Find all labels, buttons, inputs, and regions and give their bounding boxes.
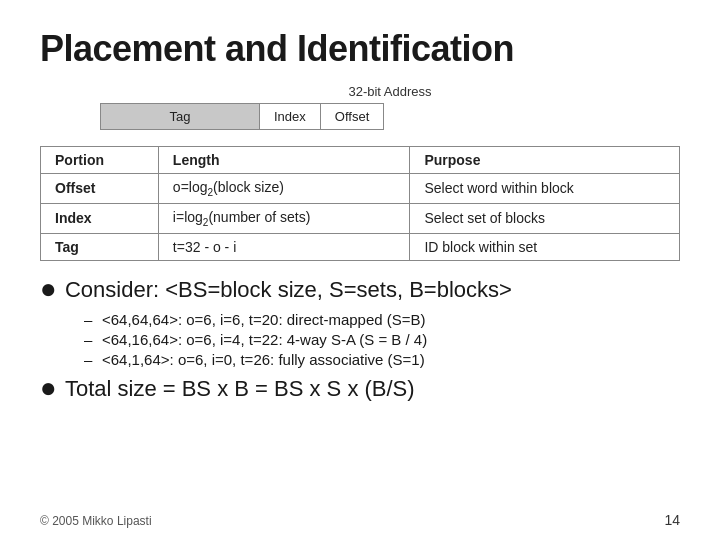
sub-bullet-3-text: <64,1,64>: o=6, i=0, t=26: fully associa… <box>102 351 425 368</box>
cell-offset-label: Offset <box>41 174 159 204</box>
cell-index-purpose: Select set of blocks <box>410 203 680 233</box>
sub-bullet-1-text: <64,64,64>: o=6, i=6, t=20: direct-mappe… <box>102 311 426 328</box>
bullet2-label: Total size = BS x B = BS x S x (B/S) <box>65 376 415 402</box>
table-row-offset: Offset o=log2(block size) Select word wi… <box>41 174 680 204</box>
slide-page: Placement and Identification 32-bit Addr… <box>0 0 720 540</box>
cell-offset-length: o=log2(block size) <box>158 174 410 204</box>
bullet1-label: Consider: <BS=block size, S=sets, B=bloc… <box>65 277 512 303</box>
col-length-header: Length <box>158 147 410 174</box>
col-purpose-header: Purpose <box>410 147 680 174</box>
bullet-section: ● Consider: <BS=block size, S=sets, B=bl… <box>40 277 680 404</box>
footer-text: © 2005 Mikko Lipasti <box>40 514 152 528</box>
cell-index-label: Index <box>41 203 159 233</box>
slide-title: Placement and Identification <box>40 28 680 70</box>
addr-offset-box: Offset <box>321 103 384 130</box>
sub-bullets: – <64,64,64>: o=6, i=6, t=20: direct-map… <box>84 311 680 368</box>
cell-tag-label: Tag <box>41 233 159 260</box>
address-label: 32-bit Address <box>100 84 680 99</box>
table-row-tag: Tag t=32 - o - i ID block within set <box>41 233 680 260</box>
bullet1-main: ● Consider: <BS=block size, S=sets, B=bl… <box>40 277 680 305</box>
sub-bullet-2-text: <64,16,64>: o=6, i=4, t=22: 4-way S-A (S… <box>102 331 427 348</box>
address-diagram: Tag Index Offset <box>100 103 680 130</box>
table-row-index: Index i=log2(number of sets) Select set … <box>41 203 680 233</box>
col-portion-header: Portion <box>41 147 159 174</box>
cell-index-length: i=log2(number of sets) <box>158 203 410 233</box>
bullet1-dot: ● <box>40 273 57 305</box>
main-table: Portion Length Purpose Offset o=log2(blo… <box>40 146 680 261</box>
cell-tag-purpose: ID block within set <box>410 233 680 260</box>
page-number: 14 <box>664 512 680 528</box>
dash-3: – <box>84 351 96 368</box>
addr-tag-box: Tag <box>100 103 260 130</box>
sub-bullet-2: – <64,16,64>: o=6, i=4, t=22: 4-way S-A … <box>84 331 680 348</box>
sub-bullet-1: – <64,64,64>: o=6, i=6, t=20: direct-map… <box>84 311 680 328</box>
cell-tag-length: t=32 - o - i <box>158 233 410 260</box>
addr-index-box: Index <box>260 103 321 130</box>
dash-2: – <box>84 331 96 348</box>
dash-1: – <box>84 311 96 328</box>
bullet2-main: ● Total size = BS x B = BS x S x (B/S) <box>40 376 680 404</box>
bullet2-dot: ● <box>40 372 57 404</box>
table-row-header: Portion Length Purpose <box>41 147 680 174</box>
sub-bullet-3: – <64,1,64>: o=6, i=0, t=26: fully assoc… <box>84 351 680 368</box>
cell-offset-purpose: Select word within block <box>410 174 680 204</box>
